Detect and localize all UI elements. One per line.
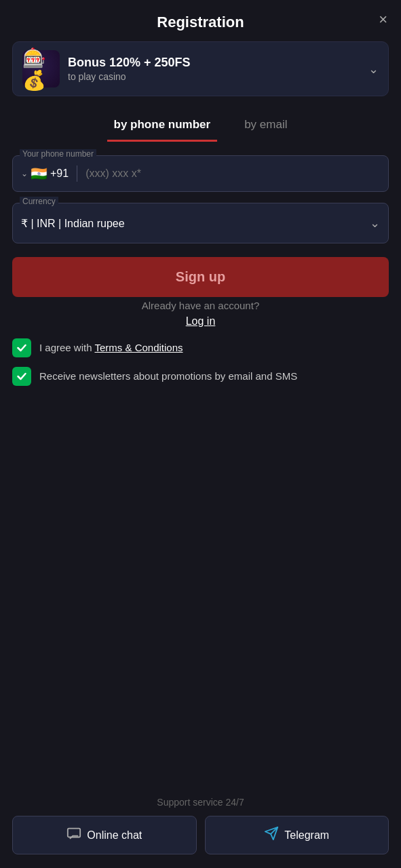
terms-checkbox-label: I agree with Terms & Conditions [39,338,183,356]
footer: Support service 24/7 Online chat [0,786,401,868]
terms-checkbox-row: I agree with Terms & Conditions [12,338,389,357]
checkmark-icon-2 [16,371,27,382]
currency-value: ₹ | INR | Indian rupee [21,217,125,230]
newsletter-checkbox-label: Receive newsletters about promotions by … [39,367,297,384]
signup-button[interactable]: Sign up [12,257,389,297]
support-text: Support service 24/7 [157,797,244,808]
form-container: Your phone number ⌄ 🇮🇳 +91 Currency ₹ | … [0,155,401,243]
currency-chevron-icon: ⌄ [370,216,380,231]
checkboxes-section: I agree with Terms & Conditions Receive … [0,328,401,386]
online-chat-label: Online chat [87,829,142,842]
bonus-title: Bonus 120% + 250FS [68,56,360,70]
bonus-subtitle: to play casino [68,71,360,82]
currency-label: Currency [20,197,58,206]
already-have-account-text: Already have an account? [142,300,259,311]
terms-checkbox[interactable] [12,338,31,357]
bonus-icon: 🎰💰 [22,50,60,87]
terms-conditions-link[interactable]: Terms & Conditions [94,342,183,353]
flag-icon: 🇮🇳 [31,165,47,182]
country-chevron-icon: ⌄ [21,169,28,178]
page-title: Registration [157,14,244,31]
tab-email[interactable]: by email [237,110,294,142]
country-code: +91 [50,167,69,180]
phone-label: Your phone number [20,149,96,159]
currency-row: ₹ | INR | Indian rupee ⌄ [21,209,380,237]
phone-number-field: Your phone number ⌄ 🇮🇳 +91 [12,155,389,192]
checkmark-icon [16,342,27,353]
page-container: Registration × 🎰💰 Bonus 120% + 250FS to … [0,0,401,868]
footer-buttons: Online chat Telegram [12,816,389,854]
login-link[interactable]: Log in [186,315,216,328]
tabs-container: by phone number by email [0,110,401,142]
login-section: Already have an account? Log in [0,300,401,328]
online-chat-button[interactable]: Online chat [12,816,197,854]
telegram-button[interactable]: Telegram [205,816,389,854]
chevron-down-icon: ⌄ [368,62,379,77]
signup-section: Sign up [0,243,401,297]
tab-phone-number[interactable]: by phone number [107,110,218,142]
telegram-label: Telegram [284,829,329,842]
phone-input[interactable] [85,167,380,180]
bonus-banner[interactable]: 🎰💰 Bonus 120% + 250FS to play casino ⌄ [12,41,389,96]
newsletter-checkbox[interactable] [12,367,31,386]
telegram-icon [264,826,279,844]
chat-icon [66,826,81,844]
currency-field[interactable]: Currency ₹ | INR | Indian rupee ⌄ [12,203,389,243]
bonus-text: Bonus 120% + 250FS to play casino [68,56,360,82]
phone-row: ⌄ 🇮🇳 +91 [21,161,380,186]
phone-divider [77,165,77,182]
newsletter-checkbox-row: Receive newsletters about promotions by … [12,367,389,386]
close-button[interactable]: × [379,12,387,27]
country-selector[interactable]: ⌄ 🇮🇳 +91 [21,165,69,182]
header: Registration × [0,0,401,41]
